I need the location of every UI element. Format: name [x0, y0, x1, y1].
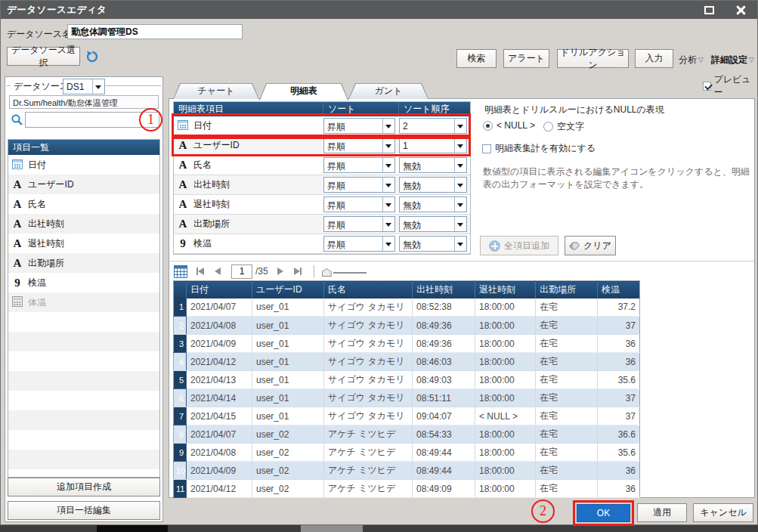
aggregate-checkbox-option[interactable]: 明細表集計を有効にする: [482, 142, 596, 155]
preview-cell: 在宅: [536, 353, 598, 371]
sort-col-sort: ソート: [323, 102, 399, 116]
sort-order-select[interactable]: 1: [399, 138, 467, 153]
sort-order-select[interactable]: 無効: [399, 236, 467, 252]
last-page-button[interactable]: [294, 268, 302, 275]
cancel-button[interactable]: キャンセル: [693, 503, 753, 522]
close-icon[interactable]: [735, 5, 747, 16]
clear-button[interactable]: クリア: [565, 236, 616, 255]
zoom-slider-track[interactable]: [333, 272, 367, 274]
field-list-item[interactable]: A出社時刻: [8, 214, 159, 234]
sort-order-select[interactable]: 無効: [399, 177, 467, 193]
dropdown-arrow-icon[interactable]: [382, 237, 394, 251]
empty-row: [8, 450, 159, 469]
drill-action-button[interactable]: ドリルアクション: [557, 49, 629, 68]
preview-toggle[interactable]: プレビュー: [703, 73, 757, 99]
dropdown-arrow-icon[interactable]: [382, 197, 394, 212]
sort-config-row: 9検温昇順無効: [174, 234, 470, 254]
dropdown-arrow-icon[interactable]: [382, 158, 394, 172]
sort-order-cell: 2: [399, 118, 470, 134]
field-list-item[interactable]: A出勤場所: [8, 253, 159, 273]
tab-gantt[interactable]: ガント: [348, 83, 429, 99]
dropdown-arrow-icon[interactable]: [454, 237, 466, 251]
row-number-cell: 3: [174, 335, 187, 353]
sort-direction-select[interactable]: 昇順: [323, 118, 395, 134]
maximize-icon[interactable]: [704, 6, 714, 14]
sort-direction-cell: 昇順: [323, 196, 399, 212]
sort-direction-select[interactable]: 昇順: [323, 157, 395, 173]
sort-direction-select-value: 昇順: [324, 178, 382, 192]
sort-table-body: 日付昇順2AユーザーID昇順1A氏名昇順無効A出社時刻昇順無効A退社時刻昇順無効…: [174, 116, 470, 254]
preview-cell: 在宅: [536, 444, 598, 462]
sort-direction-select[interactable]: 昇順: [323, 196, 395, 212]
first-page-button[interactable]: [196, 268, 204, 275]
field-list-item[interactable]: 体温: [8, 292, 159, 312]
field-list-item[interactable]: 日付: [8, 155, 159, 175]
sort-order-select[interactable]: 無効: [399, 157, 467, 173]
zoom-slider-thumb[interactable]: [322, 268, 332, 277]
next-page-button[interactable]: [277, 268, 283, 275]
dropdown-arrow-icon[interactable]: [92, 79, 104, 94]
bulk-edit-button[interactable]: 項目一括編集: [8, 501, 160, 520]
preview-checkbox[interactable]: [703, 82, 711, 91]
datasource-sidebar: データソース DS1 Dr.Sum/health/勤怠体温管理 項目一覧 日付A…: [5, 76, 163, 522]
dropdown-arrow-icon[interactable]: [382, 138, 394, 153]
field-search-input[interactable]: [25, 112, 159, 128]
dropdown-arrow-icon[interactable]: [382, 119, 394, 133]
sort-direction-select[interactable]: 昇順: [323, 177, 395, 193]
sort-direction-select[interactable]: 昇順: [323, 236, 395, 252]
row-number-cell: 5: [174, 371, 187, 389]
dropdown-arrow-icon[interactable]: [382, 178, 394, 192]
tab-chart[interactable]: チャート: [173, 83, 259, 99]
datasource-select-button[interactable]: データソース選択: [7, 47, 80, 66]
numeric-field-icon: 9: [12, 277, 23, 289]
apply-button[interactable]: 適用: [637, 503, 687, 522]
field-list-item[interactable]: A退社時刻: [8, 234, 159, 253]
field-list-item[interactable]: A氏名: [8, 194, 159, 214]
search-button[interactable]: 検索: [456, 49, 497, 68]
advanced-settings-menu[interactable]: 詳細設定▽: [711, 54, 754, 66]
preview-cell: < NULL >: [475, 407, 536, 425]
analysis-menu-label: 分析: [679, 54, 697, 65]
datasource-selector[interactable]: DS1: [63, 79, 105, 94]
radio-selected-icon[interactable]: [483, 121, 493, 131]
null-radio-option[interactable]: < NULL >: [483, 120, 535, 131]
preview-cell: 37.2: [598, 298, 640, 317]
datasource-name-input[interactable]: [67, 24, 243, 39]
preview-cell: 2021/04/07: [187, 298, 252, 317]
sort-order-select[interactable]: 無効: [399, 196, 467, 212]
dropdown-arrow-icon[interactable]: [454, 119, 466, 133]
refresh-icon[interactable]: [85, 50, 99, 63]
dropdown-arrow-icon[interactable]: [454, 138, 466, 153]
previous-page-button[interactable]: [215, 268, 221, 275]
sort-direction-select[interactable]: 昇順: [323, 216, 395, 232]
empty-string-radio-option[interactable]: 空文字: [543, 120, 584, 133]
page-number-input[interactable]: [231, 264, 252, 279]
preview-row: 112021/04/12user_02アケチ ミツヒデ08:49:0918:00…: [174, 480, 640, 498]
analysis-menu[interactable]: 分析▽: [679, 54, 704, 66]
sort-order-select[interactable]: 2: [399, 118, 467, 134]
empty-row: [8, 430, 159, 450]
grid-view-icon[interactable]: [174, 265, 187, 278]
dropdown-arrow-icon[interactable]: [454, 178, 466, 192]
preview-cell: 在宅: [536, 371, 598, 389]
sort-direction-select[interactable]: 昇順: [323, 138, 395, 153]
dropdown-arrow-icon[interactable]: [382, 217, 394, 231]
alert-button[interactable]: アラート: [503, 49, 549, 68]
dropdown-arrow-icon[interactable]: [454, 217, 466, 231]
preview-cell: 18:00:00: [475, 425, 536, 444]
preview-cell: 18:00:00: [475, 353, 536, 371]
aggregate-checkbox[interactable]: [482, 144, 491, 153]
sort-order-select[interactable]: 無効: [399, 216, 467, 232]
radio-unselected-icon[interactable]: [543, 122, 553, 131]
ok-button[interactable]: OK: [577, 504, 630, 522]
preview-cell: 在宅: [536, 317, 598, 335]
field-list-item[interactable]: 9検温: [8, 273, 159, 292]
add-item-button[interactable]: 追加項目作成: [8, 478, 160, 496]
field-list-item[interactable]: AユーザーID: [8, 175, 159, 194]
dropdown-arrow-icon[interactable]: [454, 158, 466, 172]
tab-detail-table[interactable]: 明細表: [259, 83, 348, 101]
preview-cell: 在宅: [536, 389, 598, 407]
add-all-items-button[interactable]: 全項目追加: [480, 236, 558, 255]
input-button[interactable]: 入力: [635, 49, 673, 68]
dropdown-arrow-icon[interactable]: [454, 197, 466, 212]
